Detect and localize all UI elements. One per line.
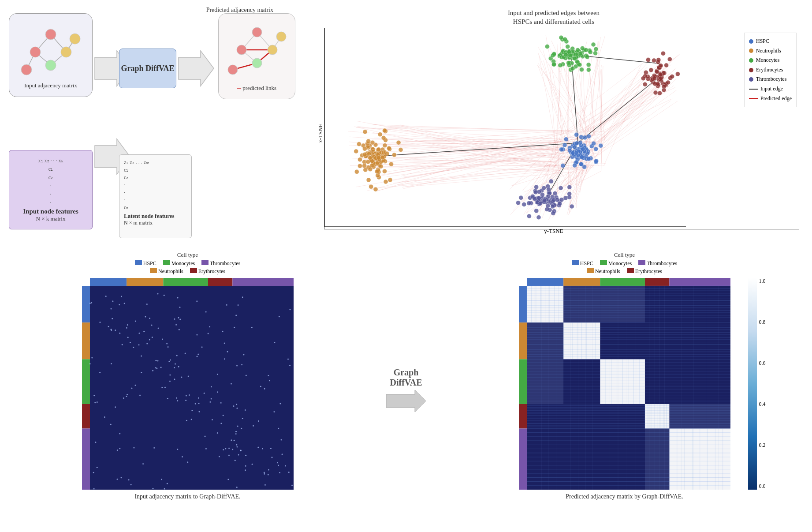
pred-adj-title: Predicted adjacency matrix (206, 7, 273, 14)
svg-point-15 (45, 60, 56, 71)
monocytes-dot (749, 58, 753, 63)
scatter-area (324, 28, 799, 229)
right-legend-row1: HSPC Monocytes Thrombocytes (572, 260, 677, 267)
svg-point-12 (30, 47, 41, 57)
left-legend-hspc-box (135, 260, 142, 265)
right-legend-row2: Neutrophils Erythrocytes (587, 268, 662, 275)
svg-point-25 (237, 45, 246, 55)
latent-label: Latent node features (124, 213, 175, 220)
legend-item-input-edge: Input edge (749, 84, 792, 94)
left-legend-eryth-box (190, 268, 197, 273)
svg-point-26 (268, 45, 277, 55)
legend-item-erythrocytes: Erythrocytes (749, 65, 792, 75)
scatter-legend: HSPC Neutrophils Monocytes Erythrocytes … (744, 33, 797, 107)
neutrophils-dot (749, 49, 753, 53)
colorbar-gradient (748, 278, 757, 490)
latent-features-box: z₁ z₂ . . . zₘ c₁ c₂ · · · cₙ Latent nod… (119, 154, 192, 238)
right-legend-mono-box (600, 260, 607, 265)
pred-graph-svg (226, 21, 288, 83)
svg-point-13 (61, 47, 71, 57)
right-legend-thromb-box (638, 260, 645, 265)
right-matrix-caption: Predicted adjacency matrix by Graph-Diff… (566, 493, 683, 500)
scatter-canvas (324, 28, 686, 227)
node-feat-c2: c₂ (48, 174, 53, 181)
diffvae-box: Graph DiffVAE (119, 49, 176, 88)
node-feat-c1: c₁ (48, 166, 53, 172)
big-arrow-svg (384, 390, 428, 412)
left-legend-row1: HSPC Monocytes Thrombocytes (135, 260, 240, 267)
legend-item-thrombocytes: Thrombocytes (749, 75, 792, 84)
input-edge-line (749, 89, 758, 90)
right-matrix-canvas (519, 278, 730, 490)
erythrocytes-dot (749, 68, 753, 72)
pred-adj-label: ─ predicted links (237, 85, 276, 92)
bottom-left: Cell type HSPC Monocytes Thrombocytes Ne… (9, 251, 366, 528)
left-legend-neut-box (150, 268, 157, 273)
input-graph-svg (18, 21, 84, 79)
center-arrow-area: Graph DiffVAE (375, 251, 437, 528)
bottom-right: Cell type HSPC Monocytes Thrombocytes Ne… (446, 251, 803, 528)
thrombocytes-dot (749, 77, 753, 82)
input-adj-label: Input adjacency matrix (24, 82, 77, 90)
right-legend-hspc-box (572, 260, 579, 265)
scatter-container: x-TSNE y-TSNE HSPC Neutrophils Monocytes (309, 28, 799, 238)
node-features-box: x₁ x₂ · · · xₖ c₁ c₂ · · · Input node fe… (9, 150, 93, 229)
node-feat-header: x₁ x₂ · · · xₖ (38, 157, 63, 164)
svg-point-16 (21, 64, 32, 75)
node-feat-dim: N × k matrix (36, 215, 66, 222)
bottom-section: Cell type HSPC Monocytes Thrombocytes Ne… (0, 247, 812, 532)
svg-point-24 (252, 27, 262, 37)
legend-item-hspc: HSPC (749, 37, 792, 46)
svg-marker-3 (179, 51, 214, 86)
right-scatter-plot: Input and predicted edges between HSPCs … (300, 0, 812, 247)
right-matrix-legend: Cell type HSPC Monocytes Thrombocytes Ne… (446, 251, 803, 276)
predicted-edge-line (749, 98, 758, 99)
latent-dim: N × m matrix (124, 220, 153, 226)
hspc-dot (749, 39, 753, 44)
arrow-label: Graph DiffVAE (390, 367, 422, 388)
svg-point-28 (252, 58, 262, 68)
diffvae-label: Graph DiffVAE (121, 64, 174, 73)
legend-item-monocytes: Monocytes (749, 56, 792, 65)
right-legend-eryth-box (627, 268, 634, 273)
colorbar-container: 1.0 0.8 0.6 0.4 0.2 0.0 (748, 278, 757, 490)
right-legend-neut-box (587, 268, 594, 273)
plot-title: Input and predicted edges between HSPCs … (309, 9, 799, 26)
pred-adj-box: ─ predicted links (218, 13, 295, 99)
y-axis-label: x-TSNE (317, 124, 324, 142)
input-adj-matrix-box: Input adjacency matrix (9, 13, 93, 97)
right-legend-title: Cell type (614, 251, 635, 259)
legend-item-predicted-edge: Predicted edge (749, 94, 792, 104)
svg-point-11 (45, 29, 56, 40)
left-matrix-caption: Input adjacency matrix to Graph-DiffVAE. (134, 493, 240, 500)
svg-point-29 (228, 65, 238, 75)
left-legend-mono-box (163, 260, 170, 265)
left-matrix-canvas (82, 278, 294, 490)
svg-point-14 (70, 34, 80, 44)
left-legend-row2: Neutrophils Erythrocytes (150, 268, 225, 275)
svg-marker-30 (386, 390, 426, 412)
left-matrix-wrapper (82, 278, 294, 490)
right-matrix-wrapper: 1.0 0.8 0.6 0.4 0.2 0.0 (519, 278, 730, 490)
top-section: Input adjacency matrix Graph DiffVAE (0, 0, 812, 247)
left-legend-thromb-box (201, 260, 209, 265)
left-legend-title: Cell type (177, 251, 198, 259)
latent-header: z₁ z₂ . . . zₘ (124, 159, 149, 166)
legend-item-neutrophils: Neutrophils (749, 46, 792, 56)
node-feat-label: Input node features (23, 208, 78, 215)
svg-point-27 (276, 32, 286, 41)
colorbar-labels: 1.0 0.8 0.6 0.4 0.2 0.0 (759, 278, 766, 490)
left-diagram: Input adjacency matrix Graph DiffVAE (0, 0, 300, 247)
left-matrix-legend: Cell type HSPC Monocytes Thrombocytes Ne… (9, 251, 366, 276)
